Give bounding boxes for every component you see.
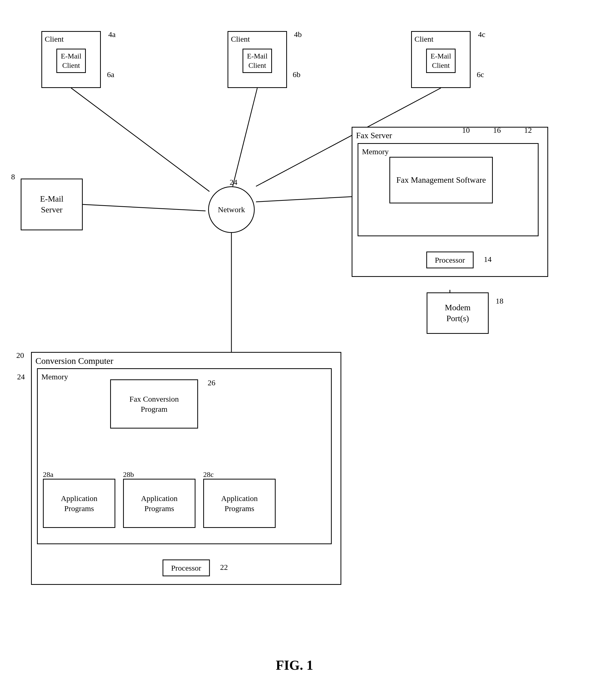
app-prog-28c-box: ApplicationPrograms: [203, 479, 275, 528]
client-4a-box: Client E-MailClient 4a 6a: [41, 31, 101, 88]
client-4c-label: Client: [414, 34, 433, 44]
app-prog-28a-label: ApplicationPrograms: [61, 493, 97, 514]
fax-mgmt-label: Fax Management Software: [396, 175, 486, 185]
fax-conv-label: Fax ConversionProgram: [130, 394, 179, 414]
ref-4c: 4c: [478, 29, 485, 39]
conv-memory-label: Memory: [41, 372, 68, 382]
app-prog-28c-container: 28c ApplicationPrograms: [203, 479, 275, 528]
conv-computer-box: Conversion Computer 20 Memory 24 Fax Con…: [31, 352, 341, 585]
ref-4b: 4b: [294, 29, 302, 39]
ref-6a: 6a: [107, 69, 114, 80]
conv-processor-box: Processor: [163, 559, 210, 576]
conv-computer-label: Conversion Computer: [35, 355, 113, 367]
network-node: Network 24: [208, 186, 255, 233]
ref-24-network: 24: [230, 178, 237, 186]
email-client-6a: E-MailClient: [56, 49, 85, 73]
ref-20: 20: [16, 350, 24, 360]
email-server-label: E-MailServer: [40, 193, 63, 215]
email-client-6c: E-MailClient: [426, 49, 455, 73]
diagram-container: Client E-MailClient 4a 6a Client E-MailC…: [15, 15, 574, 683]
email-client-6b: E-MailClient: [242, 49, 272, 73]
svg-line-0: [71, 88, 209, 191]
ref-10: 10: [462, 125, 470, 135]
ref-28b: 28b: [123, 470, 134, 479]
ref-6b: 6b: [293, 69, 301, 80]
app-prog-28b-label: ApplicationPrograms: [141, 493, 178, 514]
app-prog-28c-label: ApplicationPrograms: [221, 493, 258, 514]
app-prog-28a-container: 28a ApplicationPrograms: [43, 479, 115, 528]
network-label: Network: [218, 205, 245, 214]
ref-28c: 28c: [203, 470, 214, 479]
svg-line-4: [256, 197, 352, 202]
ref-12: 12: [524, 125, 532, 135]
modem-port-box: ModemPort(s) 18: [427, 292, 489, 334]
conv-processor-label: Processor: [171, 564, 201, 572]
app-prog-28b-box: ApplicationPrograms: [123, 479, 195, 528]
conv-processor-container: Processor 22: [163, 559, 210, 576]
ref-28a: 28a: [43, 470, 53, 479]
client-4c-box: Client E-MailClient 4c 6c: [411, 31, 470, 88]
svg-line-1: [233, 88, 257, 186]
fax-mgmt-software-box: Fax Management Software: [389, 157, 493, 203]
client-4a-label: Client: [45, 34, 63, 44]
ref-14: 14: [484, 254, 492, 264]
fax-server-label: Fax Server: [356, 130, 392, 141]
fax-server-outer-box: Fax Server 10 16 12 Memory Fax Managemen…: [352, 127, 548, 277]
app-prog-28b-container: 28b ApplicationPrograms: [123, 479, 195, 528]
ref-24-conv: 24: [17, 372, 25, 382]
ref-16: 16: [493, 125, 501, 135]
client-4b-label: Client: [231, 34, 250, 44]
fax-server-processor-box: Processor: [426, 252, 474, 268]
ref-6c: 6c: [477, 69, 484, 80]
figure-label: FIG. 1: [276, 658, 313, 673]
ref-8: 8: [11, 171, 15, 182]
ref-18: 18: [496, 296, 504, 306]
fax-conv-prog-box: Fax ConversionProgram 26: [110, 379, 198, 429]
ref-22: 22: [220, 562, 228, 572]
conv-memory-box: Memory 24 Fax ConversionProgram 26 28a A…: [37, 368, 332, 544]
fax-server-processor-label: Processor: [435, 256, 465, 264]
email-server-box: E-MailServer 8: [21, 178, 83, 230]
app-prog-28a-box: ApplicationPrograms: [43, 479, 115, 528]
fax-server-processor-container: Processor 14: [426, 252, 474, 268]
fax-server-memory-label: Memory: [362, 146, 389, 157]
app-progs-row: 28a ApplicationPrograms 28b ApplicationP…: [43, 479, 275, 528]
fax-server-memory-box: Memory Fax Management Software: [358, 143, 539, 236]
client-4b-box: Client E-MailClient 4b 6b: [227, 31, 287, 88]
ref-4a: 4a: [108, 29, 116, 39]
svg-line-3: [83, 204, 206, 211]
modem-port-label: ModemPort(s): [445, 302, 470, 324]
ref-26: 26: [208, 378, 215, 388]
